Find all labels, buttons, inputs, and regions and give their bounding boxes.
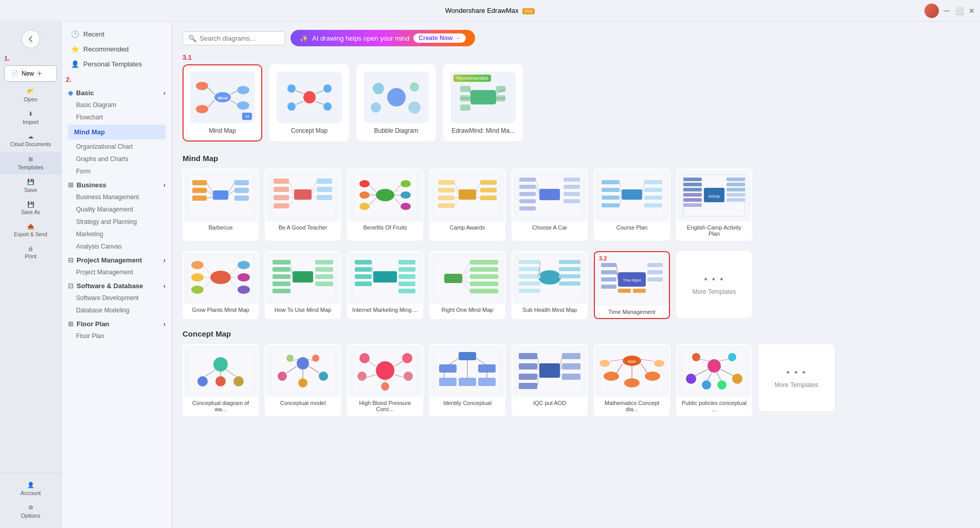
sidebar-item-software-dev[interactable]: Software Development <box>62 292 172 304</box>
tmpl-card-sub-health[interactable]: Sub Health Mind Map <box>512 251 588 319</box>
ai-banner[interactable]: ✨ AI drawing helps open your mind Create… <box>291 30 475 46</box>
svg-rect-162 <box>315 274 333 279</box>
svg-rect-98 <box>519 192 536 196</box>
svg-rect-156 <box>273 267 291 272</box>
import-icon: ⬇ <box>28 111 33 117</box>
cloud-nav-item[interactable]: ☁ Cloud Documents <box>0 129 61 152</box>
tmpl-card-conceptual-model[interactable]: Conceptual model <box>265 344 341 416</box>
svg-rect-39 <box>192 196 207 201</box>
sidebar-item-basic-diagram[interactable]: Basic Diagram <box>62 99 172 111</box>
sidebar-category-floor[interactable]: ⊞ Floor Plan › <box>62 316 172 330</box>
svg-rect-177 <box>398 289 415 293</box>
top-card-concept[interactable]: Concept Map <box>269 64 349 142</box>
sidebar-category-project[interactable]: ⊟ Project Management › <box>62 253 172 266</box>
close-button[interactable]: ✕ <box>969 7 975 15</box>
sidebar-item-recent[interactable]: 🕐 Recent <box>62 27 172 42</box>
sidebar-item-quality[interactable]: Quality Management <box>62 203 172 216</box>
sidebar-category-software[interactable]: ⊡ Software & Database › <box>62 278 172 292</box>
svg-rect-133 <box>683 203 702 207</box>
svg-rect-82 <box>438 196 455 200</box>
options-nav-item[interactable]: ⚙ Options <box>0 500 61 523</box>
svg-point-22 <box>371 102 381 113</box>
sidebar-item-project-mgmt[interactable]: Project Management <box>62 266 172 278</box>
sidebar-item-biz-mgmt[interactable]: Business Management <box>62 191 172 203</box>
tmpl-card-conceptual-diagram[interactable]: Conceptual diagram of wa... <box>183 344 259 416</box>
svg-rect-129 <box>683 183 702 186</box>
top-card-mindmap[interactable]: Mind AI Mind Map <box>183 64 262 142</box>
svg-rect-24 <box>470 90 496 104</box>
tmpl-card-benefits-fruits[interactable]: Benefits Of Fruits <box>347 169 423 241</box>
svg-rect-85 <box>480 188 497 192</box>
svg-rect-201 <box>559 274 580 278</box>
tmpl-card-right-one[interactable]: Right One Mind Map <box>429 251 505 319</box>
tmpl-card-public-policies[interactable]: Public policies conceptual ... <box>676 344 752 416</box>
maximize-button[interactable]: ⬜ <box>955 7 964 15</box>
templates-nav-item[interactable]: ⊞ Templates <box>0 152 61 174</box>
new-button[interactable]: 📄 New + <box>4 65 57 82</box>
sidebar-item-mindmap[interactable]: Mind Map <box>68 125 166 139</box>
minimize-button[interactable]: ─ <box>944 6 950 15</box>
tmpl-card-barbecue[interactable]: Barbecue <box>183 169 259 241</box>
svg-rect-213 <box>647 270 663 274</box>
tmpl-card-course-plan[interactable]: Course Plan <box>594 169 670 241</box>
sidebar-item-db-modeling[interactable]: Database Modeling <box>62 304 172 316</box>
high-blood-thumb <box>348 345 422 397</box>
top-card-bubble[interactable]: Bubble Diagram <box>356 64 436 142</box>
svg-point-240 <box>376 361 394 380</box>
svg-rect-110 <box>602 180 620 184</box>
sidebar-item-recommended[interactable]: ⭐ Recommended <box>62 42 172 57</box>
sidebar-item-marketing[interactable]: Marketing <box>62 228 172 240</box>
tmpl-card-math-concept[interactable]: Math Mathematics Concept dia... <box>594 344 670 416</box>
recommended-icon: ⭐ <box>71 45 79 53</box>
svg-rect-79 <box>459 189 476 200</box>
sidebar-item-graphs[interactable]: Graphs and Charts <box>62 153 172 165</box>
top-card-edrawmind[interactable]: Recommended EdrawM <box>443 64 523 142</box>
sidebar-item-org-chart[interactable]: Organizational Chart <box>62 140 172 153</box>
tmpl-card-english-camp[interactable]: Activity English Camp Activit <box>676 169 752 241</box>
concept-section-title: Concept Map <box>183 329 834 338</box>
tmpl-card-good-teacher[interactable]: Be A Good Teacher <box>265 169 341 241</box>
account-nav-item[interactable]: 👤 Account <box>0 478 61 500</box>
sidebar-category-business[interactable]: ⊞ Business › <box>62 178 172 191</box>
tmpl-card-identity[interactable]: Identity Conceptual <box>429 344 505 416</box>
tmpl-card-high-blood[interactable]: High Blood Pressure Conc... <box>347 344 423 416</box>
sidebar-item-form[interactable]: Form <box>62 165 172 178</box>
svg-rect-159 <box>273 289 291 293</box>
import-nav-item[interactable]: ⬇ Import <box>0 107 61 129</box>
svg-rect-175 <box>398 274 415 279</box>
back-button[interactable] <box>22 30 40 48</box>
sidebar-item-analysis[interactable]: Analysis Canvas <box>62 240 172 253</box>
more-concept-card[interactable]: • • • More Templates <box>758 344 834 411</box>
more-mindmap-card[interactable]: • • • More Templates <box>676 251 752 318</box>
svg-point-12 <box>323 84 332 93</box>
export-nav-item[interactable]: 📤 Export & Send <box>0 219 61 241</box>
svg-rect-96 <box>519 178 536 182</box>
user-avatar[interactable] <box>924 4 939 18</box>
svg-rect-158 <box>273 281 291 286</box>
tmpl-card-grow-plants[interactable]: Grow Plants Mind Map <box>183 251 259 319</box>
tmpl-card-choose-car[interactable]: Choose A Car <box>512 169 588 241</box>
search-input[interactable] <box>199 34 277 42</box>
tmpl-card-time-mgmt[interactable]: 3.2 Time Mgmt <box>594 251 670 319</box>
svg-rect-86 <box>480 196 497 200</box>
sidebar-item-personal[interactable]: 👤 Personal Templates <box>62 57 172 72</box>
tmpl-card-iqc[interactable]: IQC put AOD <box>512 344 588 416</box>
save-nav-item[interactable]: 💾 Save <box>0 174 61 197</box>
sidebar-item-flowchart[interactable]: Flowchart <box>62 111 172 124</box>
tmpl-card-how-to-use[interactable]: How To Use Mind Map <box>265 251 341 319</box>
sidebar-category-basic[interactable]: ◆ Basic › <box>62 85 172 99</box>
svg-rect-184 <box>470 274 498 279</box>
svg-rect-27 <box>460 104 470 111</box>
save-as-nav-item[interactable]: 💾 Save As <box>0 197 61 219</box>
svg-rect-252 <box>459 352 476 360</box>
svg-line-7 <box>208 100 214 107</box>
iqc-thumb <box>513 345 587 397</box>
open-nav-item[interactable]: 📂 Open <box>0 84 61 107</box>
create-now-button[interactable]: Create Now → <box>413 33 465 43</box>
print-nav-item[interactable]: 🖨 Print <box>0 241 61 263</box>
tmpl-card-camp-awards[interactable]: Camp Awards <box>429 169 505 241</box>
sidebar-item-floor-plan[interactable]: Floor Plan <box>62 330 172 342</box>
identity-label: Identity Conceptual <box>430 397 504 409</box>
tmpl-card-internet-mktg[interactable]: Internet Marketing Ming ... <box>347 251 423 319</box>
sidebar-item-strategy[interactable]: Strategy and Planning <box>62 216 172 228</box>
